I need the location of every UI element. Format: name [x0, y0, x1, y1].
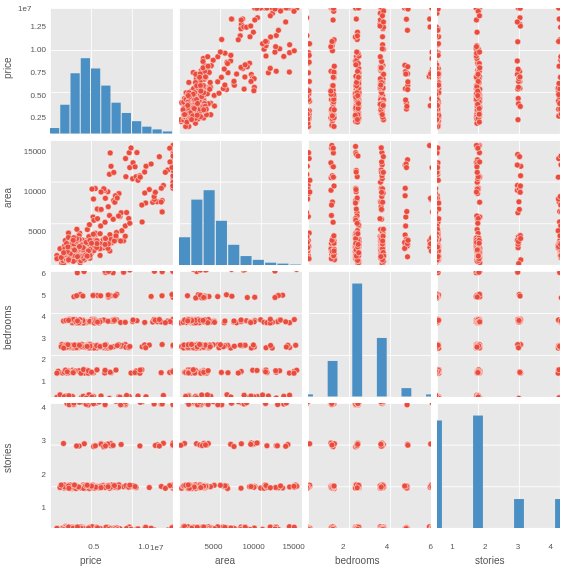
svg-point-589 [405, 8, 411, 12]
svg-point-1373 [404, 208, 410, 214]
svg-point-3010 [98, 484, 104, 490]
svg-point-1072 [91, 196, 97, 202]
svg-point-591 [329, 38, 335, 44]
svg-point-1200 [102, 241, 108, 247]
svg-point-2115 [70, 370, 76, 376]
svg-point-2588 [556, 395, 560, 397]
svg-point-832 [556, 16, 560, 22]
svg-point-566 [354, 33, 360, 39]
svg-rect-0 [50, 128, 59, 133]
svg-point-1086 [98, 223, 104, 229]
svg-point-1796 [475, 220, 481, 226]
svg-point-1827 [159, 341, 165, 347]
svg-point-1607 [516, 260, 522, 265]
panel-grid [50, 8, 560, 528]
svg-point-2296 [215, 294, 221, 300]
svg-point-872 [477, 65, 483, 71]
svg-point-3296 [264, 442, 270, 448]
svg-point-2236 [291, 317, 297, 323]
svg-point-3548 [429, 403, 431, 406]
svg-rect-2427 [426, 394, 431, 396]
svg-point-2885 [110, 442, 116, 448]
svg-point-1651 [437, 177, 441, 183]
svg-point-2229 [223, 292, 229, 298]
svg-point-1402 [380, 226, 386, 232]
svg-point-1818 [437, 215, 442, 221]
svg-point-2259 [218, 369, 224, 375]
svg-rect-1218 [253, 259, 264, 265]
svg-point-1396 [403, 223, 409, 229]
svg-point-590 [330, 83, 336, 89]
svg-point-3113 [179, 442, 184, 448]
svg-point-907 [476, 13, 482, 19]
svg-point-853 [556, 80, 560, 86]
svg-point-2379 [201, 294, 207, 300]
svg-point-3327 [205, 403, 211, 408]
svg-point-2722 [517, 369, 523, 375]
svg-point-1210 [74, 253, 80, 259]
svg-point-2718 [475, 370, 481, 376]
svg-point-603 [379, 112, 385, 118]
svg-point-307 [267, 13, 273, 19]
svg-point-317 [353, 16, 359, 22]
svg-point-3324 [222, 524, 228, 528]
svg-rect-10 [153, 129, 162, 133]
svg-point-1339 [353, 206, 359, 212]
svg-point-1996 [98, 293, 104, 299]
svg-point-3175 [231, 443, 237, 449]
svg-point-2382 [200, 317, 206, 323]
svg-rect-1220 [277, 263, 288, 265]
svg-point-848 [514, 19, 520, 25]
svg-point-193 [291, 48, 297, 54]
svg-point-1155 [111, 169, 117, 175]
svg-point-441 [308, 41, 313, 47]
svg-point-2394 [235, 370, 241, 376]
svg-point-2980 [102, 442, 108, 448]
svg-point-3002 [127, 482, 133, 488]
svg-point-2118 [94, 319, 100, 325]
svg-point-3623 [378, 484, 384, 490]
svg-point-1080 [124, 209, 130, 215]
svg-point-1951 [135, 393, 141, 396]
p12 [308, 140, 431, 266]
svg-point-2410 [197, 341, 203, 347]
svg-point-1499 [403, 164, 409, 170]
svg-point-2282 [241, 392, 247, 396]
svg-point-2092 [64, 369, 70, 375]
svg-point-172 [241, 86, 247, 92]
svg-point-3020 [84, 482, 90, 488]
svg-point-1415 [330, 163, 336, 169]
svg-point-3082 [238, 440, 244, 446]
svg-point-2387 [199, 392, 205, 397]
svg-rect-7 [122, 113, 131, 134]
svg-point-2813 [61, 440, 67, 446]
svg-point-1932 [130, 317, 136, 323]
svg-point-1817 [474, 169, 480, 175]
svg-point-347 [429, 96, 431, 102]
svg-point-1184 [139, 202, 145, 208]
svg-point-339 [308, 59, 312, 65]
svg-point-1431 [380, 199, 386, 205]
svg-point-2996 [137, 442, 143, 448]
svg-point-438 [308, 15, 310, 21]
svg-point-290 [197, 83, 203, 89]
svg-point-1369 [378, 206, 384, 212]
svg-point-594 [308, 78, 312, 84]
svg-point-1793 [475, 145, 481, 151]
svg-point-1269 [328, 212, 334, 218]
svg-point-1774 [518, 235, 524, 241]
svg-point-1126 [152, 189, 158, 195]
svg-point-3627 [329, 403, 335, 407]
svg-point-1519 [356, 249, 362, 255]
svg-point-200 [200, 58, 206, 64]
yticks-st: 1 2 3 4 [14, 398, 48, 518]
svg-point-2117 [162, 320, 168, 326]
svg-point-1669 [516, 206, 522, 212]
svg-point-2079 [74, 293, 80, 299]
svg-point-2399 [272, 294, 278, 300]
svg-point-532 [427, 16, 431, 22]
svg-point-294 [248, 78, 254, 84]
svg-point-284 [235, 37, 241, 43]
svg-point-255 [267, 65, 273, 71]
svg-point-1916 [106, 395, 112, 396]
